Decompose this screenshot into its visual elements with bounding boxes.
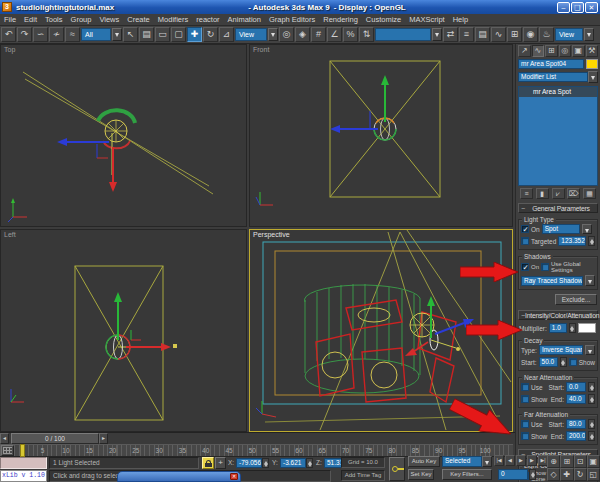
angle-snap-icon[interactable]: ∠ — [327, 27, 342, 42]
window-crossing-icon[interactable]: ▢ — [171, 27, 186, 42]
named-selection-sets-dropdown[interactable] — [375, 28, 431, 41]
x-coordinate-field[interactable]: -79.056 — [236, 458, 262, 468]
select-and-move-icon[interactable]: ✚ — [187, 27, 202, 42]
viewport-left-label[interactable]: Left — [4, 231, 16, 238]
object-name-field[interactable]: mr Area Spot04 — [518, 59, 584, 69]
tab-utilities-icon[interactable]: ⚒ — [586, 45, 599, 57]
light-type-dropdown[interactable]: Spot — [542, 224, 580, 234]
spinner-snap-icon[interactable]: ⇅ — [359, 27, 374, 42]
menu-item[interactable]: Tools — [41, 15, 67, 24]
menu-item[interactable]: Create — [123, 15, 154, 24]
current-frame-marker[interactable] — [20, 444, 25, 457]
dropdown-arrow-icon[interactable] — [588, 71, 598, 83]
field-of-view-icon[interactable]: ◇ — [547, 468, 560, 481]
decay-type-dropdown[interactable]: Inverse Square — [539, 345, 583, 355]
layer-manager-icon[interactable]: ▤ — [475, 27, 490, 42]
viewport-top[interactable]: Top — [0, 44, 247, 227]
light-color-swatch[interactable] — [586, 59, 598, 69]
pin-stack-icon[interactable]: ≡ — [520, 188, 533, 199]
render-setup-icon[interactable]: ♨ — [539, 27, 554, 42]
target-distance-field[interactable]: 123.352 — [558, 236, 586, 246]
rollout-title[interactable]: General Parameters — [518, 203, 598, 213]
maximize-button-icon[interactable]: ❑ — [571, 2, 584, 13]
current-frame-field[interactable]: 0 — [498, 469, 528, 480]
rectangular-selection-region-icon[interactable]: ▭ — [155, 27, 170, 42]
spinner[interactable] — [262, 458, 269, 468]
add-time-tag[interactable]: Add Time Tag — [341, 470, 385, 481]
viewport-front-canvas[interactable] — [250, 45, 513, 227]
undo-icon[interactable]: ↶ — [1, 27, 16, 42]
play-icon[interactable]: ▶ — [516, 455, 526, 466]
reference-coordinate-dropdown[interactable]: View — [235, 28, 267, 41]
curve-editor-icon[interactable]: ∿ — [491, 27, 506, 42]
selected-set-value[interactable]: Selected — [442, 456, 482, 467]
decay-show-checkbox[interactable] — [569, 358, 577, 366]
rollout-title[interactable]: Intensity/Color/Attenuation — [518, 310, 598, 320]
menu-item[interactable]: Group — [67, 15, 96, 24]
multiplier-field[interactable]: 1.0 — [549, 323, 567, 333]
dropdown-arrow-icon[interactable] — [585, 345, 595, 355]
dropdown-arrow-icon[interactable] — [482, 456, 492, 467]
select-and-manipulate-icon[interactable]: ◈ — [295, 27, 310, 42]
tab-motion-icon[interactable]: ◎ — [559, 45, 572, 57]
key-filters-button[interactable]: Key Filters... — [442, 469, 492, 480]
minimize-button-icon[interactable]: – — [557, 2, 570, 13]
tab-display-icon[interactable]: ▣ — [572, 45, 585, 57]
viewport-left[interactable]: Left — [0, 229, 247, 432]
dropdown-arrow-icon[interactable] — [432, 28, 442, 41]
mirror-icon[interactable]: ⇄ — [443, 27, 458, 42]
near-end-field[interactable]: 40.0 — [566, 394, 586, 404]
menu-item[interactable]: Help — [449, 15, 472, 24]
menu-item[interactable]: File — [0, 15, 20, 24]
popup-close-icon[interactable]: ✕ — [230, 473, 238, 480]
menu-item[interactable]: Graph Editors — [265, 15, 319, 24]
select-and-scale-icon[interactable]: ⊿ — [219, 27, 234, 42]
auto-key-button[interactable]: Auto Key — [408, 456, 440, 467]
next-frame-icon[interactable]: ▶ — [527, 455, 537, 466]
far-show-checkbox[interactable] — [521, 432, 529, 440]
dropdown-arrow-icon[interactable] — [582, 224, 592, 234]
material-editor-icon[interactable]: ◉ — [523, 27, 538, 42]
set-key-button[interactable]: Set Key — [408, 469, 434, 480]
spinner[interactable] — [588, 236, 595, 246]
far-start-field[interactable]: 80.0 — [566, 419, 586, 429]
bind-to-space-warp-icon[interactable]: ≈ — [65, 27, 80, 42]
light-on-checkbox[interactable] — [521, 225, 529, 233]
pan-icon[interactable]: ✚ — [560, 468, 573, 481]
far-use-checkbox[interactable] — [521, 420, 529, 428]
close-button-icon[interactable]: ✕ — [585, 2, 598, 13]
viewport-front[interactable]: Front — [249, 44, 513, 227]
dropdown-arrow-icon[interactable] — [268, 28, 278, 41]
viewport-front-label[interactable]: Front — [253, 46, 269, 53]
viewport-perspective-label[interactable]: Perspective — [253, 231, 290, 238]
decay-start-field[interactable]: 50.0 — [539, 357, 558, 367]
shadows-on-checkbox[interactable] — [521, 263, 529, 271]
macro-recorder-field[interactable] — [0, 457, 47, 469]
arc-rotate-icon[interactable]: ↻ — [574, 468, 587, 481]
make-unique-icon[interactable]: ⩗ — [552, 188, 565, 199]
far-end-field[interactable]: 200.0 — [566, 431, 586, 441]
tab-modify-icon[interactable]: ∿ — [532, 45, 545, 57]
near-use-checkbox[interactable] — [521, 383, 529, 391]
remove-modifier-icon[interactable]: ⌦ — [567, 188, 580, 199]
menu-item[interactable]: Edit — [20, 15, 41, 24]
previous-frame-icon[interactable]: ◀ — [505, 455, 515, 466]
near-start-field[interactable]: 0.0 — [566, 382, 586, 392]
menu-item[interactable]: Customize — [362, 15, 405, 24]
menu-item[interactable]: MAXScript — [405, 15, 448, 24]
tab-create-icon[interactable]: ↗ — [518, 45, 531, 57]
spinner[interactable] — [588, 394, 595, 404]
mini-curve-editor-button[interactable] — [1, 445, 14, 456]
time-slider-left-arrow[interactable]: ◂ — [0, 433, 9, 444]
zoom-extents-icon[interactable]: ⊡ — [574, 455, 587, 468]
shadow-type-dropdown[interactable]: Ray Traced Shadows — [521, 276, 583, 286]
absolute-mode-toggle[interactable]: + — [215, 457, 226, 469]
zoom-icon[interactable]: ⊕ — [547, 455, 560, 468]
near-show-checkbox[interactable] — [521, 395, 529, 403]
time-slider-right-arrow[interactable]: ▸ — [99, 433, 108, 444]
select-and-link-icon[interactable]: ∽ — [33, 27, 48, 42]
view-dropdown[interactable]: View — [555, 28, 583, 41]
menu-item[interactable]: Animation — [224, 15, 265, 24]
selection-lock-toggle[interactable] — [202, 457, 214, 469]
menu-item[interactable]: Views — [95, 15, 123, 24]
